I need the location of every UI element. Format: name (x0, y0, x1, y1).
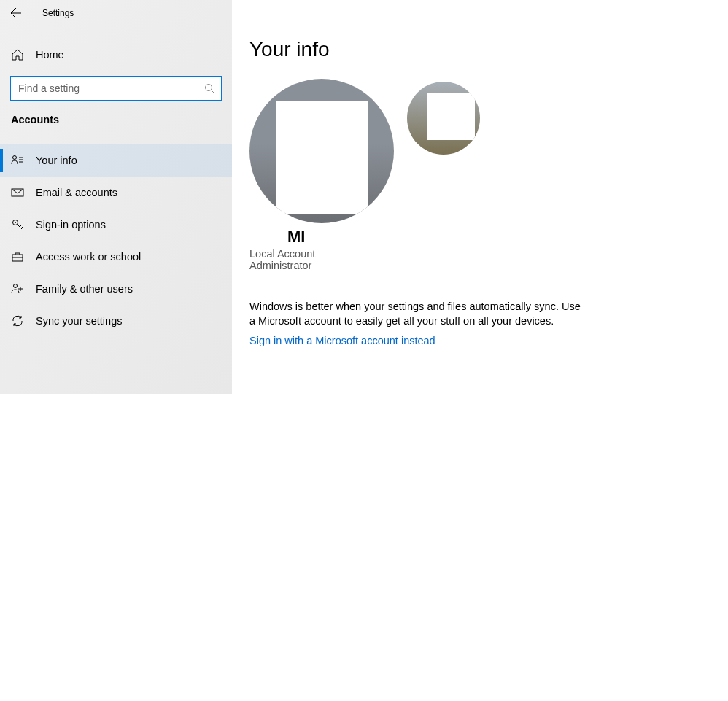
account-type: Local Account (249, 248, 728, 260)
app-title: Settings (42, 8, 74, 18)
svg-point-11 (14, 284, 18, 288)
briefcase-icon (11, 250, 24, 263)
back-arrow-icon (10, 7, 22, 19)
main-content: Your info MI Local Account Administrator… (232, 0, 728, 701)
nav-access-work[interactable]: Access work or school (0, 241, 232, 273)
home-label: Home (36, 49, 64, 61)
nav-item-label: Access work or school (36, 251, 141, 263)
nav-email-accounts[interactable]: Email & accounts (0, 177, 232, 209)
avatar-large[interactable] (249, 79, 394, 223)
titlebar: Settings (0, 0, 232, 26)
home-icon (11, 48, 24, 61)
nav-your-info[interactable]: Your info (0, 144, 232, 177)
nav-item-label: Sign-in options (36, 219, 106, 231)
search-input[interactable] (10, 76, 222, 101)
sidebar: Settings Home Accounts Your info Email & (0, 0, 232, 394)
user-name: MI (287, 228, 728, 247)
nav-item-label: Your info (36, 155, 77, 166)
svg-point-8 (15, 222, 16, 223)
signin-microsoft-link[interactable]: Sign in with a Microsoft account instead (249, 335, 435, 346)
nav-family-users[interactable]: Family & other users (0, 273, 232, 305)
back-button[interactable] (10, 7, 22, 19)
user-detail-icon (11, 154, 24, 167)
mail-icon (11, 186, 24, 199)
key-icon (11, 218, 24, 231)
nav-sync-settings[interactable]: Sync your settings (0, 305, 232, 337)
svg-point-2 (13, 156, 17, 160)
account-description: Windows is better when your settings and… (249, 299, 585, 329)
search-wrapper (0, 70, 232, 101)
nav-item-label: Email & accounts (36, 187, 117, 198)
nav-signin-options[interactable]: Sign-in options (0, 209, 232, 241)
nav-list: Your info Email & accounts Sign-in optio… (0, 144, 232, 337)
avatar-small[interactable] (407, 82, 480, 155)
nav-item-label: Family & other users (36, 283, 133, 295)
home-nav[interactable]: Home (0, 39, 232, 70)
sync-icon (11, 314, 24, 328)
nav-item-label: Sync your settings (36, 315, 122, 327)
people-icon (11, 282, 24, 295)
avatar-row (249, 79, 728, 223)
section-header: Accounts (0, 101, 232, 133)
user-role: Administrator (249, 260, 728, 271)
page-title: Your info (249, 38, 728, 61)
